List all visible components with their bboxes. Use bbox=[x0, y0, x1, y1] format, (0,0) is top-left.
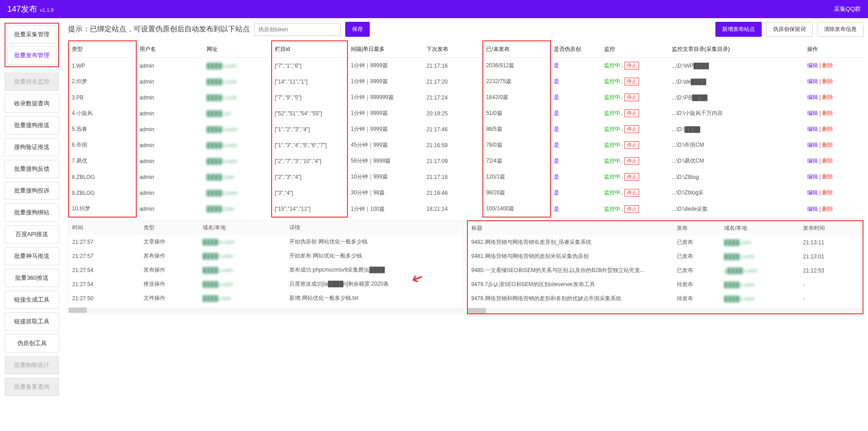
edit-link[interactable]: 编辑 bbox=[807, 206, 818, 212]
fake-toggle[interactable]: 是 bbox=[554, 158, 559, 164]
qq-group-link[interactable]: 采集QQ群 bbox=[834, 5, 861, 13]
keep-words-button[interactable]: 伪原创保留词 bbox=[766, 22, 813, 37]
site-url[interactable]: ████o.com bbox=[207, 190, 237, 196]
stop-button[interactable]: 停止 bbox=[625, 141, 639, 149]
save-button[interactable]: 保存 bbox=[345, 22, 370, 37]
token-input[interactable] bbox=[254, 23, 341, 36]
stop-button[interactable]: 停止 bbox=[625, 62, 639, 69]
cell-url: ████o.com bbox=[204, 153, 272, 169]
sidebar-item-8[interactable]: 批量神马推送 bbox=[5, 247, 59, 265]
sites-col-6: 已/未发布 bbox=[483, 41, 551, 58]
fake-toggle[interactable]: 是 bbox=[554, 189, 559, 196]
delete-link[interactable]: 删除 bbox=[822, 142, 833, 148]
cell-cat: ["15","14","11"] bbox=[272, 201, 348, 217]
site-url[interactable]: ████o.com bbox=[207, 63, 237, 69]
log-t: 21:27:54 bbox=[69, 263, 140, 277]
site-url[interactable]: ████o.com bbox=[207, 126, 237, 133]
cell-mon: 监控中..停止 bbox=[601, 185, 669, 201]
fake-toggle[interactable]: 是 bbox=[554, 126, 559, 132]
sidebar-collect-mgmt[interactable]: 批量采集管理 bbox=[7, 25, 56, 44]
cell-mon: 监控中..停止 bbox=[601, 105, 669, 121]
pub-p: 已发布 bbox=[673, 263, 720, 277]
pub-scrollbar[interactable] bbox=[468, 308, 863, 313]
edit-link[interactable]: 编辑 bbox=[807, 142, 818, 148]
stop-button[interactable]: 停止 bbox=[625, 173, 639, 181]
delete-link[interactable]: 删除 bbox=[822, 78, 833, 84]
log-x: 新增:网站优化一般多少钱.txt bbox=[286, 291, 463, 305]
edit-link[interactable]: 编辑 bbox=[807, 126, 818, 132]
cell-next: 21:16:59 bbox=[424, 137, 483, 153]
fake-toggle[interactable]: 是 bbox=[554, 110, 559, 116]
sidebar-item-12[interactable]: 伪原创工具 bbox=[5, 334, 59, 352]
cell-type: 1.WP bbox=[69, 58, 136, 74]
cell-url: ████j.cn bbox=[204, 105, 272, 121]
cell-done: 98/26篇 bbox=[483, 185, 551, 201]
sidebar-item-3[interactable]: 搜狗验证推送 bbox=[5, 138, 59, 156]
log-scrollbar[interactable] bbox=[69, 307, 464, 313]
delete-link[interactable]: 删除 bbox=[822, 189, 833, 196]
sidebar-item-11[interactable]: 链接抓取工具 bbox=[5, 312, 59, 331]
cell-cat: ["7","1","6"] bbox=[272, 58, 348, 74]
site-url[interactable]: ████o.com bbox=[207, 142, 237, 149]
fake-toggle[interactable]: 是 bbox=[554, 62, 559, 69]
edit-link[interactable]: 编辑 bbox=[807, 158, 818, 164]
sidebar-item-5[interactable]: 批量搜狗投诉 bbox=[5, 182, 59, 200]
sidebar-item-10[interactable]: 链接生成工具 bbox=[5, 291, 59, 309]
sidebar-item-4[interactable]: 批量搜狗反馈 bbox=[5, 160, 59, 178]
site-url[interactable]: ████o.com bbox=[207, 94, 237, 101]
delete-link[interactable]: 删除 bbox=[822, 158, 833, 164]
cell-mon: 监控中..停止 bbox=[601, 137, 669, 153]
edit-link[interactable]: 编辑 bbox=[807, 62, 818, 69]
fake-toggle[interactable]: 是 bbox=[554, 142, 559, 148]
stop-button[interactable]: 停止 bbox=[625, 125, 639, 133]
stop-button[interactable]: 停止 bbox=[625, 157, 639, 165]
cell-dir: ...\D:\PB████ bbox=[669, 89, 804, 105]
pub-d: g████o.com bbox=[720, 263, 799, 277]
fake-toggle[interactable]: 是 bbox=[554, 173, 559, 180]
site-url[interactable]: ████o.com bbox=[207, 79, 237, 85]
clear-publish-button[interactable]: 清除发布信息 bbox=[817, 22, 863, 37]
edit-link[interactable]: 编辑 bbox=[807, 173, 818, 180]
stop-button[interactable]: 停止 bbox=[625, 109, 639, 117]
sidebar-item-6[interactable]: 批量搜狗绑站 bbox=[5, 203, 59, 222]
sidebar-item-2[interactable]: 批量搜狗推送 bbox=[5, 116, 59, 134]
cell-next: 21:17:18 bbox=[424, 169, 483, 185]
stop-button[interactable]: 停止 bbox=[625, 205, 639, 213]
cell-type: 3.PB bbox=[69, 89, 136, 105]
stop-button[interactable]: 停止 bbox=[625, 189, 639, 197]
delete-link[interactable]: 删除 bbox=[822, 126, 833, 132]
edit-link[interactable]: 编辑 bbox=[807, 94, 818, 100]
delete-link[interactable]: 删除 bbox=[822, 206, 833, 212]
fake-toggle[interactable]: 是 bbox=[554, 206, 559, 212]
cell-next: 21:17:24 bbox=[424, 89, 483, 105]
cell-op: 编辑 | 删除 bbox=[804, 185, 863, 201]
pub-col-0: 标题 bbox=[468, 221, 673, 235]
delete-link[interactable]: 删除 bbox=[822, 173, 833, 180]
cell-op: 编辑 | 删除 bbox=[804, 169, 863, 185]
sidebar-item-7[interactable]: 百度API推送 bbox=[5, 225, 59, 243]
cell-dir: ...\D:\ZBlog bbox=[669, 169, 804, 185]
cell-dir: ...\D:\小旋风千万内容 bbox=[669, 105, 804, 121]
delete-link[interactable]: 删除 bbox=[822, 62, 833, 69]
edit-link[interactable]: 编辑 bbox=[807, 110, 818, 116]
log-col-2: 域名/本地 bbox=[199, 221, 286, 235]
sidebar-publish-mgmt[interactable]: 批量发布管理 bbox=[7, 46, 56, 64]
delete-link[interactable]: 删除 bbox=[822, 110, 833, 116]
fake-toggle[interactable]: 是 bbox=[554, 78, 559, 84]
site-url[interactable]: ████j.cn bbox=[207, 110, 231, 117]
cell-fake: 是 bbox=[551, 169, 601, 185]
fake-toggle[interactable]: 是 bbox=[554, 94, 559, 100]
cell-type: 7.易优 bbox=[69, 153, 136, 169]
sidebar-item-9[interactable]: 批量360推送 bbox=[5, 269, 59, 287]
delete-link[interactable]: 删除 bbox=[822, 94, 833, 100]
site-url[interactable]: ████o.com bbox=[207, 158, 237, 164]
sidebar-item-1[interactable]: 收录数据查询 bbox=[5, 94, 59, 113]
stop-button[interactable]: 停止 bbox=[625, 94, 639, 101]
site-url[interactable]: ████.com bbox=[207, 206, 234, 212]
stop-button[interactable]: 停止 bbox=[625, 78, 639, 85]
edit-link[interactable]: 编辑 bbox=[807, 78, 818, 84]
add-site-button[interactable]: 新增发布站点 bbox=[715, 22, 762, 37]
cell-url: ████o.com bbox=[204, 89, 272, 105]
site-url[interactable]: ████.com bbox=[207, 174, 234, 180]
edit-link[interactable]: 编辑 bbox=[807, 189, 818, 196]
